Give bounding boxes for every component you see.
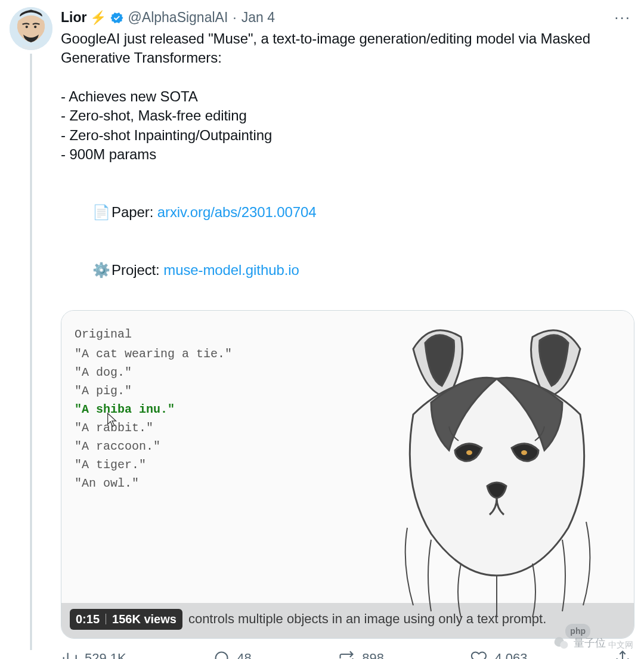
views-icon (61, 650, 78, 659)
share-icon (614, 650, 631, 659)
project-link[interactable]: muse-model.github.io (163, 262, 299, 278)
body-bullet: - Zero-shot Inpainting/Outpainting (61, 126, 634, 145)
watermark: 量子位 中文网 (553, 635, 633, 651)
prompt-head: Original (75, 326, 232, 342)
tweet-content: Lior ⚡ @AlphaSignalAI · Jan 4 ··· Google… (61, 7, 634, 659)
thread-line (30, 54, 32, 650)
tweet-header: Lior ⚡ @AlphaSignalAI · Jan 4 ··· (61, 7, 634, 28)
media-main: Original "A cat wearing a tie.""A dog.""… (61, 311, 634, 603)
retweet-action[interactable]: 898 (338, 649, 384, 659)
more-button[interactable]: ··· (611, 7, 634, 28)
retweet-icon (338, 650, 355, 659)
separator-dot: · (231, 8, 237, 27)
watermark-text: 量子位 (574, 636, 606, 650)
prompt-line[interactable]: "A cat wearing a tie." (75, 346, 232, 362)
display-name[interactable]: Lior (61, 8, 86, 27)
prompt-line[interactable]: "An owl." (75, 475, 232, 491)
like-count: 4,063 (494, 649, 527, 659)
like-action[interactable]: 4,063 (470, 649, 527, 659)
handle[interactable]: @AlphaSignalAI (128, 8, 228, 27)
prompt-line[interactable]: "A raccoon." (75, 438, 232, 454)
body-bullet: - Achieves new SOTA (61, 87, 634, 106)
share-action[interactable] (614, 650, 631, 659)
reply-count: 48 (237, 649, 251, 659)
svg-point-3 (466, 450, 472, 455)
video-views: 156K views (112, 611, 177, 627)
prompt-list: Original "A cat wearing a tie.""A dog.""… (61, 311, 244, 603)
retweet-count: 898 (362, 649, 384, 659)
views-action[interactable]: 529.1K (61, 649, 126, 659)
gear-icon: ⚙️ (92, 261, 108, 280)
prompt-line[interactable]: "A dog." (75, 364, 232, 380)
reply-icon (213, 650, 230, 659)
page-icon: 📄 (92, 203, 108, 222)
views-count: 529.1K (85, 649, 126, 659)
tweet-actions: 529.1K 48 898 4,063 (61, 649, 634, 659)
svg-point-6 (560, 641, 568, 649)
paper-line: 📄 Paper: arxiv.org/abs/2301.00704 (61, 183, 634, 241)
cursor-icon (106, 412, 119, 428)
avatar-column (10, 7, 52, 659)
video-time: 0:15 (76, 611, 100, 627)
tweet-date[interactable]: Jan 4 (242, 8, 275, 27)
paper-link[interactable]: arxiv.org/abs/2301.00704 (157, 204, 317, 220)
svg-point-2 (34, 26, 36, 28)
prompt-line[interactable]: "A rabbit." (75, 420, 232, 436)
project-label: Project: (108, 262, 164, 278)
reply-action[interactable]: 48 (213, 649, 251, 659)
generated-image (244, 311, 634, 603)
tweet: Lior ⚡ @AlphaSignalAI · Jan 4 ··· Google… (10, 7, 634, 659)
svg-point-1 (26, 26, 28, 28)
media-card[interactable]: Original "A cat wearing a tie.""A dog.""… (61, 310, 634, 639)
body-bullet: - Zero-shot, Mask-free editing (61, 106, 634, 125)
verified-badge-icon (110, 11, 124, 25)
watermark-cn: 中文网 (608, 639, 633, 651)
wechat-icon (553, 635, 569, 651)
prompt-line[interactable]: "A shiba inu." (75, 401, 232, 417)
body-bullet: - 900M params (61, 145, 634, 164)
tweet-body: GoogleAI just released "Muse", a text-to… (61, 29, 634, 299)
video-pill: 0:15 156K views (70, 609, 182, 630)
project-line: ⚙️ Project: muse-model.github.io (61, 242, 634, 299)
prompt-line[interactable]: "A tiger." (75, 457, 232, 473)
paper-label: Paper: (108, 204, 157, 220)
prompt-line[interactable]: "A pig." (75, 383, 232, 399)
heart-icon (470, 650, 487, 659)
bolt-icon: ⚡ (90, 11, 106, 24)
svg-point-4 (521, 450, 527, 455)
pill-separator (106, 614, 106, 624)
avatar[interactable] (10, 7, 52, 50)
body-paragraph: GoogleAI just released "Muse", a text-to… (61, 29, 634, 68)
